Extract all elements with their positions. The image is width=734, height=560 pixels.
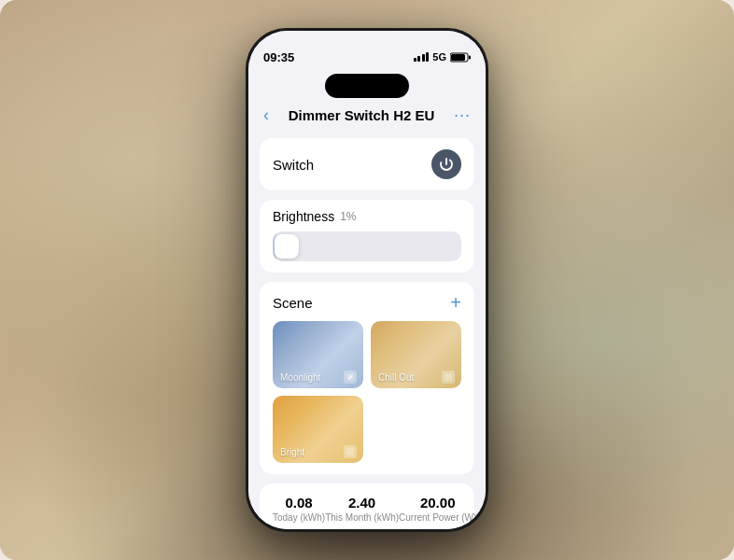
status-time: 09:35 [263,50,294,64]
signal-bar-1 [414,58,416,62]
back-button[interactable]: ‹ [263,105,269,125]
brightness-card: Brightness 1% [260,200,474,273]
energy-today: 0.08 Today (kWh) [273,495,325,523]
edit-icon [346,373,354,381]
status-icons: 5G [414,51,471,63]
energy-today-value: 0.08 [273,495,325,511]
phone-content: Switch Brightness 1% [248,133,486,529]
brightness-value: 1% [340,210,356,223]
scene-name-bright: Bright [280,447,304,457]
scene-edit-bright[interactable] [344,445,357,458]
signal-label: 5G [432,51,446,63]
edit-icon-3 [346,448,354,455]
scene-edit-moonlight[interactable] [344,371,357,384]
status-bar: 09:35 5G [248,31,486,72]
energy-current: 20.00 Current Power (W) [399,495,476,523]
power-button[interactable] [431,149,461,179]
energy-current-value: 20.00 [399,495,476,511]
energy-card: 0.08 Today (kWh) 2.40 This Month (kWh) 2… [260,483,474,529]
scene-item-bright[interactable]: Bright [273,396,363,463]
energy-month-label: This Month (kWh) [325,512,399,523]
energy-month: 2.40 This Month (kWh) [325,495,399,523]
phone-frame: 09:35 5G [246,28,488,532]
scene-item-chillout[interactable]: Chill Out [371,321,461,388]
scene-title: Scene [273,295,313,311]
energy-current-label: Current Power (W) [399,512,476,523]
svg-rect-7 [445,373,452,381]
nav-title: Dimmer Switch H2 EU [289,107,435,123]
scene-item-moonlight[interactable]: Moonlight [273,321,363,388]
energy-today-label: Today (kWh) [273,512,325,523]
scene-name-chillout: Chill Out [378,372,414,383]
more-button[interactable]: ··· [454,105,471,125]
signal-bars [414,52,430,62]
edit-icon-2 [445,373,452,381]
power-icon [439,157,454,172]
phone-inner: 09:35 5G [248,31,486,529]
battery-icon [450,52,471,63]
scene-name-moonlight: Moonlight [280,372,320,383]
energy-month-value: 2.40 [325,495,399,511]
svg-rect-1 [451,54,465,61]
scene-header: Scene + [273,293,461,312]
brightness-header: Brightness 1% [273,209,461,224]
dynamic-island [325,74,409,98]
signal-bar-3 [422,54,425,62]
nav-bar: ‹ Dimmer Switch H2 EU ··· [248,98,486,133]
signal-bar-4 [426,52,429,62]
brightness-thumb[interactable] [275,234,299,259]
scene-add-button[interactable]: + [450,293,461,312]
scene-edit-chillout[interactable] [442,371,455,384]
switch-card: Switch [260,138,474,190]
background: 09:35 5G [0,0,734,560]
signal-bar-2 [417,56,420,62]
switch-label: Switch [273,157,314,173]
scene-card: Scene + Moonlight [260,282,474,474]
svg-rect-8 [346,448,354,455]
brightness-slider[interactable] [273,231,461,261]
scene-grid: Moonlight Chill Out [273,321,461,463]
brightness-title: Brightness [273,209,334,224]
svg-rect-2 [469,55,471,59]
